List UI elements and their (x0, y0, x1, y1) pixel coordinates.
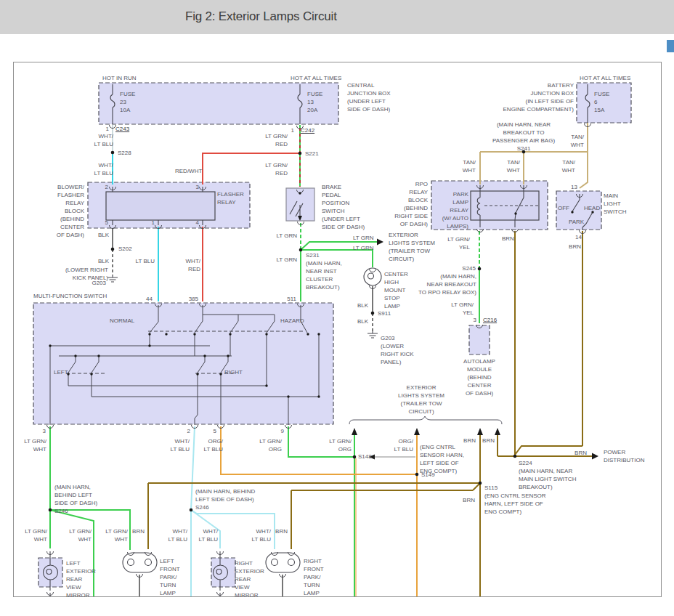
wire-tan-wht-main: TAN/ WHT (571, 133, 584, 149)
main-light-switch-label: MAIN LIGHT SWITCH (604, 192, 627, 216)
wire-brn-3: BRN (463, 437, 476, 445)
wire-ltgrn-wht-1: LT GRN/ WHT (24, 437, 46, 453)
wire-brn-6: BRN (574, 449, 587, 457)
mfs-hazard: HAZARD (280, 317, 304, 325)
wire-ltgrn-wht-3: LT GRN/ WHT (69, 527, 92, 543)
splice-s224-label: S224 (MAIN HARN, NEAR MAIN LIGHT SWITCH … (519, 459, 576, 491)
wire-wht-ltblu-1: WHT/ LT BLU (94, 132, 113, 148)
hot-in-run: HOT IN RUN (102, 74, 137, 82)
fuse-23-label: FUSE 23 10A (120, 90, 135, 114)
wire-wht-ltblu-5: WHT/ LT BLU (199, 527, 218, 543)
wire-ltgrn-wht-2: LT GRN/ WHT (25, 527, 47, 543)
wire-ltgrn-1: LT GRN (276, 232, 297, 240)
splice-s246-right-label: (MAIN HARN, BEHIND LEFT SIDE OF DASH) S2… (195, 487, 255, 511)
labels-layer: HOT IN RUNHOT AT ALL TIMESFUSE 23 10AFUS… (14, 62, 661, 596)
splice-s149: S149 (421, 471, 435, 479)
right-mirror-label: RIGHT EXTERIOR REAR VIEW MIRROR (235, 559, 264, 599)
mls-pin-14: 14 (575, 233, 582, 241)
mls-head: HEAD (584, 204, 600, 212)
wire-red-wht: RED/WHT (175, 167, 202, 175)
mfs-pin-44: 44 (146, 295, 153, 303)
wire-ltgrn-2: LT GRN (353, 234, 374, 242)
connector-c243: C243 (115, 125, 129, 133)
battery-junction-box-label: BATTERY JUNCTION BOX (IN LEFT SIDE OF EN… (503, 81, 574, 113)
wire-brn-8: BRN (275, 527, 288, 535)
scrollbar-button[interactable] (667, 40, 674, 52)
mfs-pin-9: 9 (281, 427, 284, 435)
wire-org-ltblu-1: ORG/ LT BLU (204, 437, 223, 453)
mfs-pin-511: 511 (287, 295, 296, 303)
left-front-lamp-label: LEFT FRONT PARK/ TURN LAMP (160, 557, 180, 597)
right-front-lamp-label: RIGHT FRONT PARK/ TURN LAMP (304, 557, 324, 597)
central-junction-box-label: CENTRAL JUNCTION BOX (UNDER LEFT SIDE OF… (347, 81, 391, 113)
wire-ltgrn-yel-2: LT GRN/ YEL (451, 301, 474, 317)
wire-brn-5: BRN (463, 496, 475, 504)
splice-s228: S228 (118, 149, 131, 157)
splice-s221: S221 (305, 150, 319, 158)
wire-ltgrn-red-1: LT GRN/ RED (265, 132, 288, 148)
wire-wht-ltblu-6: WHT/ LT BLU (252, 527, 271, 543)
wire-tan-wht-2: TAN/ WHT (507, 158, 520, 174)
splice-s245: S245 (462, 264, 476, 272)
ground-g203-relay: G203 (92, 279, 106, 287)
wire-blk-4: BLK (357, 317, 368, 325)
splice-s231-label: S231 (MAIN HARN, NEAR INST CLUSTER BREAK… (306, 251, 342, 291)
splice-s202: S202 (118, 245, 132, 253)
mls-park: PARK (569, 218, 584, 226)
wire-lt-blu: LT BLU (136, 257, 155, 265)
autolamp-module-label: AUTOLAMP MODULE (BEHIND CENTER OF DASH) (463, 357, 495, 397)
exterior-lights-ref-2: EXTERIOR LIGHTS SYSTEM (TRAILER TOW CIRC… (398, 384, 444, 416)
hot-at-all-times-bjb: HOT AT ALL TIMES (580, 74, 630, 82)
diagram-canvas: HOT IN RUNHOT AT ALL TIMESFUSE 23 10AFUS… (13, 62, 662, 597)
mfs-pin-5: 5 (214, 427, 216, 435)
wire-tan-wht-3: TAN/ WHT (562, 158, 575, 174)
wire-ltgrn-yel-1: LT GRN/ YEL (447, 235, 470, 251)
splice-s148: S148 (358, 453, 372, 461)
wire-ltgrn-3: LT GRN (353, 244, 374, 252)
fuse-13-label: FUSE 13 20A (307, 90, 322, 114)
hot-at-all-times-cjb: HOT AT ALL TIMES (291, 74, 341, 82)
relay-pin-2: 2 (105, 183, 108, 191)
mfs-pin-385: 385 (189, 295, 198, 303)
relay-pin-1: 1 (152, 219, 155, 227)
mls-pin-13: 13 (571, 183, 577, 191)
exterior-lights-ref-1: EXTERIOR LIGHTS SYSTEM (TRAILER TOW CIRC… (389, 231, 435, 263)
splice-s241-label: (MAIN HARN, NEAR BREAKOUT TO PASSENGER A… (492, 121, 555, 153)
left-mirror-label: LEFT EXTERIOR REAR VIEW MIRROR (66, 559, 96, 599)
wire-tan-wht-1: TAN/ WHT (463, 158, 476, 174)
connector-c242: C242 (301, 126, 314, 134)
wire-ltgrn-org-2: LT GRN/ ORG (329, 437, 352, 453)
wire-blk-2: BLK (98, 257, 109, 265)
mfs-pin-2: 2 (187, 427, 190, 435)
wire-brn-4: BRN (482, 437, 495, 445)
mfs-normal: NORMAL (110, 317, 134, 325)
mfs-title: MULTI-FUNCTION SWITCH (33, 292, 107, 300)
pin-3-c216: 3 (474, 316, 476, 324)
splice-s246-left-label: (MAIN HARN, BEHIND LEFT SIDE OF DASH) S2… (54, 483, 97, 515)
wire-ltgrn-wht-4: LT GRN/ WHT (105, 527, 128, 543)
relay-pin-3: 3 (196, 183, 199, 191)
wire-blk-3: BLK (357, 301, 368, 309)
wire-ltgrn-org-1: LT GRN/ ORG (259, 437, 282, 453)
wire-wht-ltblu-2: WHT/ LT BLU (94, 161, 113, 177)
wire-blk-1: BLK (98, 231, 109, 239)
wire-wht-ltblu-3: WHT/ LT BLU (171, 437, 190, 453)
wire-brn-2: BRN (569, 243, 581, 251)
brake-pedal-switch-label: BRAKE PEDAL POSITION SWITCH (UNDER LEFT … (322, 183, 365, 231)
splice-s911: S911 (378, 309, 391, 317)
flasher-relay-label: FLASHER RELAY (217, 190, 244, 206)
blower-flasher-relay-block-label: BLOWER/ FLASHER RELAY BLOCK (BEHIND CENT… (57, 183, 84, 239)
wire-wht-ltblu-4: WHT/ LT BLU (168, 527, 187, 543)
wire-wht-red: WHT/ RED (186, 257, 200, 273)
park-lamp-relay-label: PARK LAMP RELAY (W/ AUTO LAMPS) (442, 190, 468, 230)
mfs-right: RIGHT (224, 368, 243, 376)
wire-brn-1: BRN (502, 235, 514, 243)
mfs-pin-3: 3 (43, 427, 46, 435)
pin-1-c242: 1 (291, 126, 294, 134)
figure-title: Fig 2: Exterior Lamps Circuit (185, 9, 337, 24)
mls-off: OFF (558, 204, 569, 212)
fuse-6-label: FUSE 6 15A (594, 90, 609, 114)
connector-c216: C216 (483, 316, 497, 324)
power-distribution-ref: POWER DISTRIBUTION (604, 448, 644, 464)
mfs-left: LEFT (54, 368, 68, 376)
